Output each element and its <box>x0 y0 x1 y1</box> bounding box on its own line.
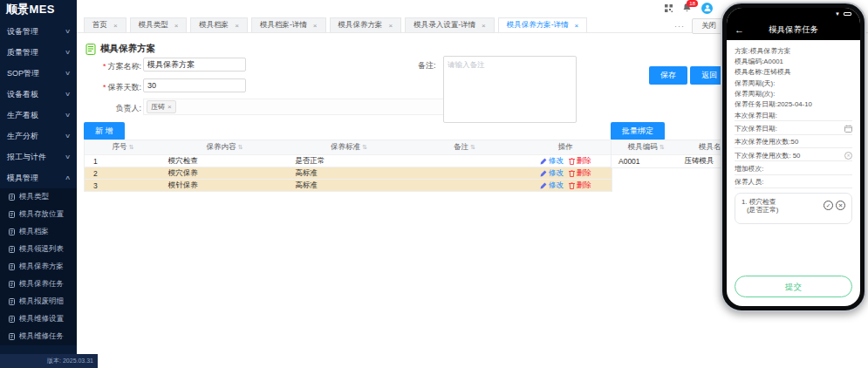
tab-label: 首页 <box>92 20 107 31</box>
table-header-row: 序号 ⇅ 保养内容 ⇅ 保养标准 ⇅ 备注 ⇅ 操作 ⇅ <box>85 140 612 154</box>
sidebar-menu-item[interactable]: 生产看板 ∨ <box>0 105 77 126</box>
edit-link[interactable]: 修改 <box>540 181 564 191</box>
sidebar-menu-label: 模具管理 <box>7 173 38 184</box>
sidebar-menu-item[interactable]: SOP管理 ∨ <box>0 63 77 84</box>
sidebar-submenu-item[interactable]: 模具档案 <box>0 223 77 241</box>
edit-link[interactable]: 修改 <box>540 156 564 167</box>
delete-link[interactable]: 删除 <box>569 156 591 167</box>
close-icon[interactable]: × <box>113 22 118 30</box>
phone-screen: ▼ ← 模具保养任务 方案:模具保养方案 ✕ <box>727 8 860 306</box>
tab-label: 模具类型 <box>139 20 168 31</box>
trash-icon <box>569 158 575 165</box>
sidebar-menu-item[interactable]: 模具管理 ∨ <box>0 167 77 188</box>
table-row: 3 模针保养 高标准 修改 删除 <box>85 179 612 191</box>
check-item-card[interactable]: 1. 模穴检查 (是否正常) ✓ ✕ <box>735 193 852 224</box>
check-item-line2: (是否正常) <box>742 206 778 214</box>
page-tab[interactable]: 模具保养方案-详情 × <box>498 17 588 32</box>
phone-field-row[interactable]: 模具编码:A0001 ✕ <box>735 56 852 66</box>
sidebar-submenu-item[interactable]: 模具保养方案 <box>0 258 77 276</box>
phone-status-bar: ▼ <box>727 8 860 19</box>
phone-field-text: 下次保养使用次数: 50 <box>735 152 800 160</box>
cell-no: 1 <box>85 155 161 167</box>
page-tab[interactable]: 首页 × <box>84 17 126 32</box>
delete-link[interactable]: 删除 <box>569 168 591 179</box>
table-row: 1 模穴检查 是否正常 修改 删除 <box>85 154 612 167</box>
sidebar-menu-item[interactable]: 报工与计件 ∨ <box>0 147 77 167</box>
check-item-controls: ✓ ✕ <box>824 198 845 210</box>
column-header[interactable]: 模具编码 ⇅ <box>612 140 680 154</box>
phone-field-row[interactable]: 保养任务日期:2025-04-10 ✕ <box>735 99 852 110</box>
submit-button[interactable]: 提交 <box>735 276 852 297</box>
tab-label: 模具档案-详情 <box>260 20 307 31</box>
sidebar-submenu-item[interactable]: 模具维修任务 <box>0 328 77 345</box>
column-header[interactable]: 操作 ⇅ <box>519 140 612 154</box>
close-icon[interactable]: × <box>389 22 393 30</box>
add-button[interactable]: 新 增 <box>84 122 125 140</box>
page-tab[interactable]: 模具保养方案 × <box>330 17 402 32</box>
sidebar-menu-item[interactable]: 设备管理 ∨ <box>0 21 77 42</box>
sidebar-submenu-item[interactable]: 模具报废明细 <box>0 293 77 310</box>
more-tabs-icon[interactable]: ··· <box>674 22 685 31</box>
sidebar-menu-label: 设备看板 <box>7 89 38 100</box>
phone-field-row[interactable]: 保养周期(次): ✕ <box>735 88 852 99</box>
sidebar-submenu-item[interactable]: 模具保养任务 <box>0 276 77 293</box>
days-input[interactable] <box>143 78 246 92</box>
owner-tag: 压铸 × <box>147 100 176 113</box>
back-arrow-icon[interactable]: ← <box>735 24 744 35</box>
phone-field-row[interactable]: 下次保养日期: ✕ <box>735 123 852 134</box>
chevron-down-icon: ∨ <box>65 153 71 160</box>
page-tab[interactable]: 模具类型 × <box>130 17 188 32</box>
notification-badge: 18 <box>687 0 698 7</box>
column-header[interactable]: 保养标准 ⇅ <box>288 140 410 154</box>
owner-label: 负责人: <box>85 103 141 114</box>
phone-field-row[interactable]: 本次保养使用次数:50 ✕ <box>735 137 852 148</box>
close-icon[interactable]: × <box>482 22 486 30</box>
calendar-icon[interactable] <box>844 125 852 133</box>
qr-code-icon[interactable] <box>665 4 673 12</box>
close-icon[interactable]: × <box>235 22 239 30</box>
page-tab[interactable]: 模具档案 × <box>190 17 248 32</box>
check-icon[interactable]: ✓ <box>824 201 833 210</box>
phone-field-row[interactable]: 本次保养日期: ✕ <box>735 110 852 121</box>
close-icon[interactable]: × <box>575 22 579 30</box>
batch-bind-button[interactable]: 批量绑定 <box>611 122 665 140</box>
phone-field-row[interactable]: 方案:模具保养方案 ✕ <box>735 45 852 56</box>
phone-field-row[interactable]: 增加模次: ✕ <box>735 163 852 174</box>
column-header[interactable]: 备注 ⇅ <box>410 140 520 154</box>
sidebar-submenu-item[interactable]: 模具维修设置 <box>0 310 77 328</box>
avatar[interactable] <box>701 3 713 14</box>
sidebar-submenu-item[interactable]: 模具领退列表 <box>0 241 77 258</box>
owner-tag-label: 压铸 <box>151 102 165 112</box>
page-tab[interactable]: 模具录入设置-详情 × <box>405 17 495 32</box>
notification-bell-icon[interactable]: 18 <box>683 3 691 12</box>
phone-field-row[interactable]: 保养人员: ✕ <box>735 177 852 188</box>
phone-field-text: 本次保养使用次数:50 <box>735 138 798 146</box>
phone-field-row[interactable]: 模具名称:压铸模具 ✕ <box>735 67 852 78</box>
chevron-down-icon: ∨ <box>65 112 71 119</box>
column-header-label: 模具编码 <box>628 142 658 153</box>
edit-link[interactable]: 修改 <box>540 168 564 179</box>
tag-remove-icon[interactable]: × <box>167 103 172 111</box>
sidebar-submenu-item[interactable]: 模具存放位置 <box>0 206 77 223</box>
phone-field-row[interactable]: 保养周期(天): ✕ <box>735 78 852 88</box>
document-icon <box>9 281 15 288</box>
page-tab[interactable]: 模具档案-详情 × <box>251 17 326 32</box>
close-icon[interactable]: × <box>313 22 318 30</box>
cross-icon[interactable]: ✕ <box>836 201 845 210</box>
cell-actions: 修改 删除 <box>519 155 612 167</box>
delete-link[interactable]: 删除 <box>569 181 591 191</box>
close-icon[interactable]: × <box>174 22 179 30</box>
sidebar-submenu-item[interactable]: 模具类型 <box>0 188 77 206</box>
column-header[interactable]: 保养内容 ⇅ <box>161 140 289 154</box>
sidebar-menu-item[interactable]: 质量管理 ∨ <box>0 42 77 63</box>
phone-field-text: 保养任务日期:2025-04-10 <box>735 100 812 108</box>
plan-name-input[interactable] <box>143 58 246 72</box>
sidebar-menu-item[interactable]: 设备看板 ∨ <box>0 84 77 105</box>
sidebar-menu-item[interactable]: 生产分析 ∨ <box>0 126 77 147</box>
chevron-down-icon: ∨ <box>65 174 71 181</box>
phone-field-row[interactable]: 下次保养使用次数: 50 ✕ <box>735 150 852 161</box>
remark-textarea[interactable] <box>443 56 577 123</box>
save-button[interactable]: 保存 <box>649 66 687 85</box>
column-header[interactable]: 序号 ⇅ <box>85 140 161 154</box>
clear-icon[interactable]: ✕ <box>844 152 852 160</box>
